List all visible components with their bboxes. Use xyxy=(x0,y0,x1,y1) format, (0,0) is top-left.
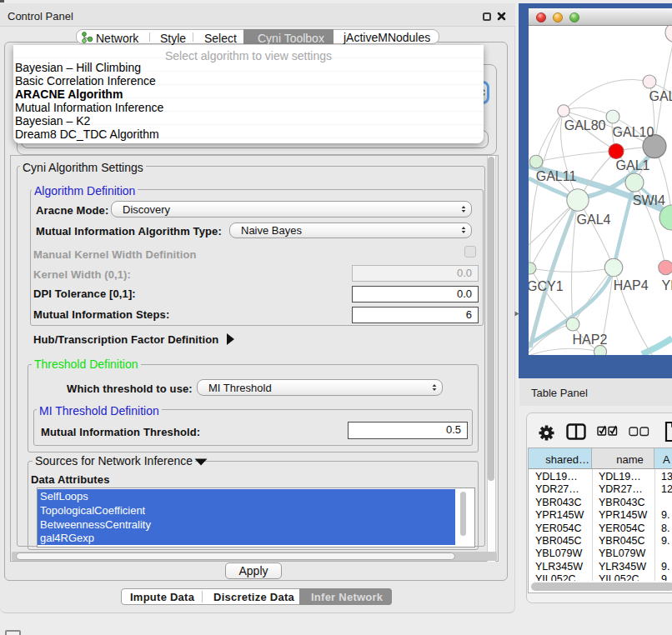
svg-text:SWI4: SWI4 xyxy=(633,193,665,208)
svg-text:GAL2: GAL2 xyxy=(649,89,672,103)
svg-text:GAL11: GAL11 xyxy=(536,169,577,183)
svg-text:HAP2: HAP2 xyxy=(573,332,608,347)
svg-text:GCY1: GCY1 xyxy=(529,279,564,293)
svg-text:GAL4: GAL4 xyxy=(577,212,611,227)
svg-text:GAL1: GAL1 xyxy=(616,158,650,172)
svg-text:HAP4: HAP4 xyxy=(614,278,649,292)
svg-text:GAL80: GAL80 xyxy=(564,118,606,132)
svg-text:YM: YM xyxy=(662,278,672,292)
svg-text:GAL10: GAL10 xyxy=(613,125,654,139)
